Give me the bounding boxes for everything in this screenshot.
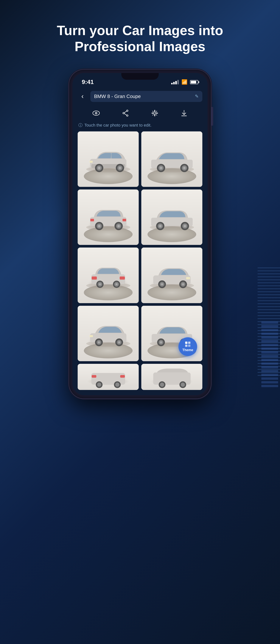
car-scene-4 [141, 190, 202, 245]
car-image-5 [82, 260, 134, 293]
settings-button[interactable] [149, 108, 160, 119]
car-scene-5 [78, 248, 139, 303]
svg-rect-89 [92, 375, 96, 378]
svg-point-47 [184, 225, 186, 227]
toolbar [78, 106, 202, 122]
nav-title-bar: BMW 8 - Gran Coupe ✎ [90, 91, 202, 102]
edit-icon[interactable]: ✎ [195, 94, 198, 99]
phone-mockup: 9:41 📶 [69, 70, 211, 398]
svg-rect-60 [186, 277, 190, 280]
share-button[interactable] [120, 108, 131, 119]
car-scene-1 [78, 132, 139, 187]
headline-line2: Professional Images [75, 39, 205, 54]
svg-rect-90 [120, 375, 125, 378]
svg-point-8 [154, 112, 156, 114]
photo-row-partial [78, 364, 202, 390]
photo-cell-9[interactable] [78, 364, 139, 390]
status-bar: 9:41 📶 [72, 73, 208, 88]
svg-line-6 [124, 111, 126, 113]
car-image-2 [146, 144, 198, 177]
svg-rect-50 [92, 276, 97, 280]
signal-icon [171, 80, 179, 84]
svg-point-75 [118, 341, 120, 343]
gear-icon [152, 110, 158, 116]
svg-point-99 [181, 382, 185, 386]
page-headline: Turn your Car Images into Professional I… [38, 0, 242, 66]
photo-cell-6[interactable] [141, 248, 202, 303]
svg-point-20 [118, 167, 121, 169]
svg-rect-32 [122, 219, 126, 222]
svg-point-54 [99, 283, 101, 285]
car-scene-6 [141, 248, 202, 303]
nav-title: BMW 8 - Gran Coupe [94, 94, 141, 99]
svg-rect-69 [90, 335, 93, 337]
car-scene-2 [141, 132, 202, 187]
car-image-7 [82, 318, 134, 351]
car-image-3 [82, 202, 134, 235]
svg-point-44 [159, 225, 162, 227]
status-time: 9:41 [82, 78, 94, 86]
svg-point-36 [98, 225, 100, 227]
photo-cell-7[interactable] [78, 306, 139, 361]
battery-icon [190, 80, 198, 84]
photo-cell-2[interactable] [141, 132, 202, 187]
photo-cell-10[interactable] [141, 364, 202, 390]
svg-point-63 [161, 283, 163, 285]
svg-rect-84 [185, 342, 188, 344]
car-image-10 [146, 368, 198, 389]
car-image-9 [82, 368, 134, 389]
photo-cell-5[interactable] [78, 248, 139, 303]
svg-point-80 [160, 341, 162, 343]
svg-point-57 [115, 283, 118, 285]
svg-point-97 [160, 382, 164, 386]
svg-point-2 [96, 113, 96, 114]
svg-rect-21 [90, 161, 92, 163]
svg-point-39 [117, 225, 120, 227]
car-image-4 [146, 202, 198, 235]
headline-line1: Turn your Car Images into [57, 23, 223, 38]
photo-grid: Theme [78, 132, 202, 361]
photo-cell-4[interactable] [141, 190, 202, 245]
info-bar: ⓘ Touch the car photo you want to edit. [78, 122, 202, 132]
svg-rect-86 [185, 344, 188, 347]
svg-point-26 [160, 167, 162, 169]
svg-rect-51 [120, 276, 125, 280]
svg-rect-87 [188, 344, 190, 347]
decorative-stripes [260, 308, 280, 401]
theme-fab-button[interactable]: Theme [178, 337, 197, 356]
svg-line-7 [124, 114, 126, 115]
car-image-6 [146, 260, 198, 293]
svg-point-5 [126, 115, 128, 116]
svg-point-3 [126, 110, 128, 112]
svg-rect-85 [188, 342, 190, 344]
theme-icon [184, 341, 191, 348]
car-scene-3 [78, 190, 139, 245]
wifi-icon: 📶 [182, 79, 188, 85]
download-button[interactable] [178, 108, 190, 119]
theme-fab-label: Theme [182, 348, 193, 352]
status-icons: 📶 [171, 79, 198, 85]
svg-point-17 [98, 167, 100, 169]
svg-point-94 [115, 382, 119, 386]
svg-point-29 [183, 167, 186, 169]
app-content: ‹ BMW 8 - Gran Coupe ✎ [72, 88, 208, 395]
photo-cell-1[interactable] [78, 132, 139, 187]
back-button[interactable]: ‹ [78, 92, 87, 101]
svg-point-92 [97, 382, 101, 386]
car-image-1 [82, 144, 134, 177]
nav-bar: ‹ BMW 8 - Gran Coupe ✎ [78, 88, 202, 106]
info-icon: ⓘ [78, 122, 82, 128]
download-icon [181, 110, 187, 116]
car-scene-9 [78, 364, 139, 390]
photo-cell-8[interactable]: Theme [141, 306, 202, 361]
phone-screen: 9:41 📶 [72, 73, 208, 395]
view-button[interactable] [90, 108, 102, 119]
photo-cell-3[interactable] [78, 190, 139, 245]
car-scene-7 [78, 306, 139, 361]
back-icon: ‹ [82, 92, 84, 100]
svg-point-66 [182, 283, 184, 285]
car-scene-10 [141, 364, 202, 390]
share-icon [122, 110, 128, 116]
eye-icon [92, 110, 100, 116]
info-text: Touch the car photo you want to edit. [84, 123, 152, 128]
